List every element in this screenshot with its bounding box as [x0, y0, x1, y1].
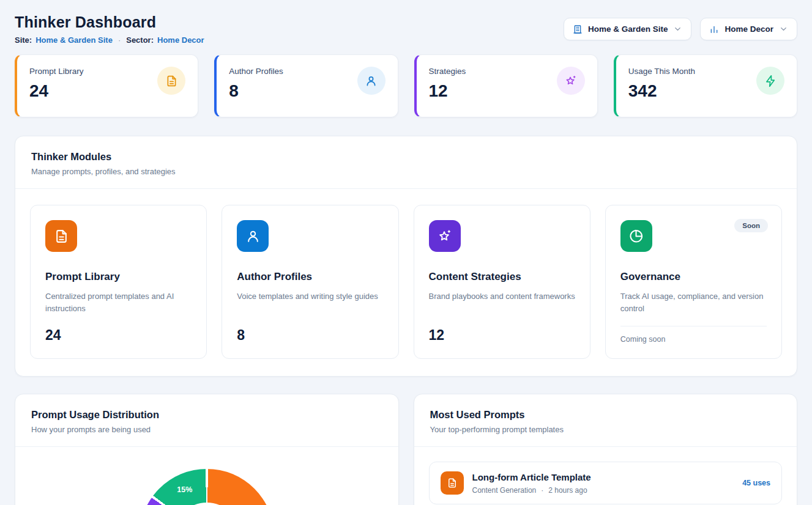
donut-segment-label: 15%	[171, 485, 198, 494]
stat-text: Strategies 12	[429, 67, 466, 105]
panel-title: Prompt Usage Distribution	[31, 409, 382, 421]
module-title: Prompt Library	[45, 271, 192, 283]
module-card-prompt-library[interactable]: Prompt Library Centralized prompt templa…	[30, 205, 207, 359]
stat-text: Usage This Month 342	[628, 67, 695, 105]
module-description: Centralized prompt templates and AI inst…	[45, 290, 192, 315]
site-selector-label: Home & Garden Site	[588, 24, 668, 34]
prompt-info: Long-form Article Template Content Gener…	[472, 472, 734, 495]
module-count: 8	[237, 327, 383, 344]
prompt-list-item[interactable]: Long-form Article Template Content Gener…	[429, 462, 783, 504]
coming-soon-text: Coming soon	[620, 335, 767, 344]
usage-distribution-panel: Prompt Usage Distribution How your promp…	[15, 394, 399, 505]
module-description: Brand playbooks and content frameworks	[429, 290, 575, 303]
stat-value: 342	[628, 81, 695, 101]
document-icon	[441, 471, 464, 495]
pie-chart-icon	[620, 220, 652, 252]
panel-subtitle: Your top-performing prompt templates	[430, 425, 781, 434]
stat-text: Author Profiles 8	[229, 67, 283, 105]
module-description: Voice templates and writing style guides	[237, 290, 383, 303]
module-title: Author Profiles	[237, 271, 383, 283]
stat-card-prompt-library: Prompt Library 24	[15, 54, 198, 117]
sector-label: Sector:	[126, 35, 154, 45]
person-icon	[357, 67, 386, 95]
chevron-down-icon	[673, 24, 682, 34]
document-icon	[157, 67, 185, 95]
meta-dot: ·	[541, 486, 543, 495]
topbar-controls: Home & Garden Site Home Decor	[564, 18, 797, 40]
building-icon	[573, 24, 583, 34]
usage-distribution-header: Prompt Usage Distribution How your promp…	[15, 394, 398, 446]
modules-grid: Prompt Library Centralized prompt templa…	[15, 189, 797, 376]
stat-label: Author Profiles	[229, 67, 283, 76]
lightning-icon	[756, 67, 784, 95]
thinker-modules-section: Thinker Modules Manage prompts, profiles…	[15, 136, 797, 377]
modules-header: Thinker Modules Manage prompts, profiles…	[15, 136, 797, 188]
stat-value: 24	[29, 81, 84, 101]
bar-chart-icon	[709, 24, 719, 34]
stat-card-author-profiles: Author Profiles 8	[214, 54, 398, 117]
module-card-content-strategies[interactable]: Content Strategies Brand playbooks and c…	[414, 205, 590, 359]
stat-label: Prompt Library	[29, 67, 84, 76]
module-count: 12	[429, 327, 575, 344]
module-title: Content Strategies	[429, 271, 575, 283]
stat-label: Strategies	[429, 67, 466, 76]
module-card-author-profiles[interactable]: Author Profiles Voice templates and writ…	[222, 205, 398, 359]
prompt-time: 2 hours ago	[548, 486, 587, 495]
site-label: Site:	[15, 35, 32, 45]
divider	[620, 326, 767, 326]
sector-link[interactable]: Home Decor	[157, 35, 204, 45]
stat-label: Usage This Month	[628, 67, 695, 76]
page-title: Thinker Dashboard	[15, 13, 204, 31]
modules-subtitle: Manage prompts, profiles, and strategies	[31, 167, 781, 176]
separator-dot: ·	[118, 35, 121, 45]
stat-card-usage: Usage This Month 342	[614, 54, 797, 117]
topbar: Thinker Dashboard Site: Home & Garden Si…	[15, 13, 797, 45]
person-icon	[237, 220, 269, 252]
modules-title: Thinker Modules	[31, 151, 781, 163]
stats-row: Prompt Library 24 Author Profiles 8 Stra…	[15, 54, 797, 117]
stat-value: 8	[229, 81, 283, 101]
chevron-down-icon	[779, 24, 788, 34]
module-title: Governance	[620, 271, 767, 283]
topbar-left: Thinker Dashboard Site: Home & Garden Si…	[15, 13, 204, 45]
stat-value: 12	[429, 81, 466, 101]
prompt-title: Long-form Article Template	[472, 472, 734, 482]
sparkle-star-icon	[429, 220, 461, 252]
most-used-prompts-panel: Most Used Prompts Your top-performing pr…	[414, 394, 798, 505]
divider	[414, 446, 797, 447]
soon-badge: Soon	[734, 219, 768, 232]
panel-title: Most Used Prompts	[430, 409, 781, 421]
stat-text: Prompt Library 24	[29, 67, 84, 105]
usage-donut: 15%	[140, 469, 274, 505]
most-used-prompts-header: Most Used Prompts Your top-performing pr…	[414, 394, 797, 446]
document-icon	[45, 220, 77, 252]
sector-selector-label: Home Decor	[724, 24, 773, 34]
bottom-row: Prompt Usage Distribution How your promp…	[15, 394, 797, 505]
prompt-category: Content Generation	[472, 486, 537, 495]
sector-selector-dropdown[interactable]: Home Decor	[700, 18, 797, 40]
site-selector-dropdown[interactable]: Home & Garden Site	[564, 18, 692, 40]
panel-subtitle: How your prompts are being used	[31, 425, 382, 434]
sparkle-star-icon	[557, 67, 585, 95]
site-info-line: Site: Home & Garden Site · Sector: Home …	[15, 35, 204, 45]
donut-hole	[173, 503, 240, 505]
module-description: Track AI usage, compliance, and version …	[620, 290, 767, 315]
dashboard-page: Thinker Dashboard Site: Home & Garden Si…	[0, 0, 812, 505]
prompt-uses-badge: 45 uses	[742, 479, 770, 487]
prompt-meta: Content Generation · 2 hours ago	[472, 486, 734, 495]
site-link[interactable]: Home & Garden Site	[35, 35, 113, 45]
module-count: 24	[45, 327, 192, 344]
stat-card-strategies: Strategies 12	[414, 54, 598, 117]
usage-donut-chart-area: 15%	[15, 447, 398, 505]
module-card-governance[interactable]: Soon Governance Track AI usage, complian…	[605, 205, 782, 359]
